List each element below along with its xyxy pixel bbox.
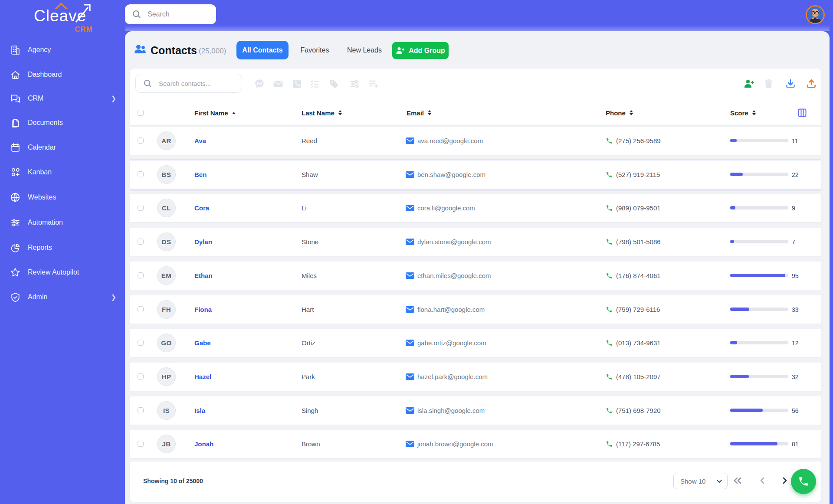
row-checkbox[interactable]: [138, 306, 144, 312]
row-checkbox[interactable]: [138, 171, 144, 177]
pagination-first-button[interactable]: [733, 477, 742, 486]
first-name-link[interactable]: Isla: [194, 407, 205, 414]
filter-icon[interactable]: [349, 78, 361, 89]
sidebar-item-websites[interactable]: Websites: [0, 189, 125, 206]
person-add-icon: [396, 47, 405, 54]
upload-icon[interactable]: [806, 78, 817, 89]
sidebar-item-documents[interactable]: Documents: [0, 114, 125, 131]
phone-value: (013) 734-9631: [616, 339, 661, 347]
email-value: jonah.brown@google.com: [417, 440, 493, 448]
column-header-first-name[interactable]: First Name: [194, 109, 236, 116]
search-icon: [143, 79, 152, 88]
sidebar-item-automation[interactable]: Automation: [0, 214, 125, 231]
sidebar-item-label: CRM: [28, 95, 43, 102]
add-to-list-icon[interactable]: [368, 78, 379, 89]
email-icon: [406, 407, 414, 416]
sort-icon: [338, 110, 342, 115]
email-icon[interactable]: [272, 78, 284, 89]
delete-icon[interactable]: [763, 78, 774, 89]
pagination-next-button[interactable]: [782, 477, 787, 486]
table-row[interactable]: GO Gabe Ortiz gabe.ortiz@google.com (013…: [130, 329, 821, 357]
tab-all-contacts[interactable]: All Contacts: [236, 41, 289, 59]
row-checkbox[interactable]: [138, 340, 144, 346]
sidebar-item-crm[interactable]: CRM❯: [0, 90, 125, 107]
avatar-initials: BS: [157, 165, 176, 184]
score-value: 12: [792, 340, 799, 347]
column-header-score[interactable]: Score: [730, 109, 756, 116]
sidebar-item-label: Agency: [28, 46, 51, 54]
table-row[interactable]: IS Isla Singh isla.singh@google.com (751…: [130, 396, 821, 425]
column-settings-icon[interactable]: [798, 108, 807, 117]
table-row[interactable]: BS Ben Shaw ben.shaw@google.com (527) 91…: [130, 159, 821, 190]
tasks-icon[interactable]: [309, 78, 320, 89]
phone-icon: [606, 238, 613, 247]
row-checkbox[interactable]: [138, 407, 144, 413]
column-header-phone[interactable]: Phone: [606, 109, 633, 116]
avatar-initials: EM: [157, 266, 176, 285]
row-checkbox[interactable]: [138, 137, 144, 144]
table-row[interactable]: JB Jonah Brown jonah.brown@google.com (1…: [130, 430, 821, 458]
sidebar-item-dashboard[interactable]: Dashboard: [0, 66, 125, 83]
logo-caret-icon: [55, 3, 68, 9]
score-value: 32: [792, 373, 799, 380]
row-checkbox[interactable]: [138, 239, 144, 245]
row-checkbox[interactable]: [138, 373, 144, 380]
user-avatar[interactable]: [806, 5, 825, 24]
sidebar-item-reports[interactable]: Reports: [0, 239, 125, 256]
global-search-input[interactable]: Search: [125, 4, 216, 24]
row-checkbox[interactable]: [138, 272, 144, 278]
download-icon[interactable]: [785, 78, 796, 89]
sidebar-item-calendar[interactable]: Calendar: [0, 139, 125, 156]
sms-icon[interactable]: SMS: [254, 78, 265, 89]
sort-asc-icon: [232, 112, 236, 114]
page-size-select[interactable]: Show 10: [673, 473, 728, 489]
page-title: Contacts: [151, 44, 197, 57]
last-name: Li: [302, 204, 307, 212]
add-group-button[interactable]: Add Group: [392, 42, 449, 59]
tab-favorites[interactable]: Favorites: [294, 41, 335, 59]
email-value: fiona.hart@google.com: [417, 306, 485, 313]
first-name-link[interactable]: Cora: [194, 204, 209, 212]
select-all-checkbox[interactable]: [138, 110, 144, 116]
sidebar-item-label: Admin: [28, 293, 47, 301]
sidebar-item-agency[interactable]: Agency: [0, 41, 125, 59]
avatar-initials: FH: [157, 300, 176, 319]
first-name-link[interactable]: Jonah: [194, 440, 213, 448]
table-row[interactable]: DS Dylan Stone dylan.stone@google.com (7…: [130, 228, 821, 256]
table-row[interactable]: FH Fiona Hart fiona.hart@google.com (759…: [130, 295, 821, 324]
app-logo[interactable]: Cleave CRM: [34, 7, 103, 33]
sidebar-item-label: Websites: [28, 193, 56, 201]
table-row[interactable]: AR Ava Reed ava.reed@google.com (275) 25…: [130, 127, 821, 155]
last-name: Hart: [302, 306, 314, 313]
first-name-link[interactable]: Hazel: [194, 373, 211, 380]
column-header-last-name[interactable]: Last Name: [302, 109, 342, 116]
call-icon[interactable]: [291, 78, 302, 89]
contacts-search-input[interactable]: Search contacts...: [135, 74, 242, 93]
phone-value: (759) 729-6116: [616, 306, 660, 313]
first-name-link[interactable]: Dylan: [194, 238, 212, 245]
globe-icon: [10, 192, 21, 203]
sidebar-item-admin[interactable]: Admin❯: [0, 288, 125, 306]
table-row[interactable]: CL Cora Li cora.li@google.com (989) 079-…: [130, 194, 821, 222]
first-name-link[interactable]: Ava: [194, 137, 206, 144]
first-name-link[interactable]: Fiona: [194, 306, 212, 313]
first-name-link[interactable]: Ben: [194, 171, 207, 178]
last-name: Park: [302, 373, 315, 380]
avatar-photo: [807, 7, 823, 23]
column-header-email[interactable]: Email: [407, 109, 431, 116]
home-icon: [10, 69, 21, 80]
call-fab-button[interactable]: [791, 469, 816, 494]
tag-icon[interactable]: [328, 78, 339, 89]
pagination-prev-button[interactable]: [760, 477, 765, 486]
sidebar-item-kanban[interactable]: Kanban: [0, 164, 125, 181]
score-bar: [730, 206, 788, 209]
first-name-link[interactable]: Ethan: [194, 272, 213, 279]
sidebar-item-review-autopilot[interactable]: Review Autopilot: [0, 264, 125, 281]
first-name-link[interactable]: Gabe: [194, 339, 211, 347]
add-contact-icon[interactable]: [744, 78, 755, 89]
row-checkbox[interactable]: [138, 441, 144, 447]
table-row[interactable]: EM Ethan Miles ethan.miles@google.com (1…: [130, 262, 821, 290]
row-checkbox[interactable]: [138, 205, 144, 211]
tab-new-leads[interactable]: New Leads: [341, 41, 388, 59]
table-row[interactable]: HP Hazel Park hazel.park@google.com (478…: [130, 363, 821, 391]
